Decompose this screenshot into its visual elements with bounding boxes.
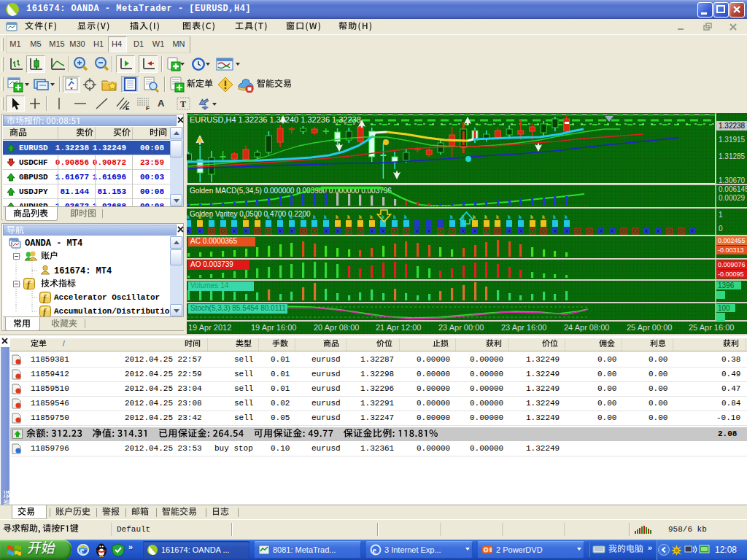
svg-text:21 Apr 12:00: 21 Apr 12:00 — [376, 323, 421, 332]
svg-text:k: k — [359, 214, 362, 219]
svg-text:19 Apr 16:00: 19 Apr 16:00 — [251, 323, 296, 332]
svg-text:k: k — [542, 214, 545, 219]
svg-text:24 Apr 08:00: 24 Apr 08:00 — [564, 323, 609, 332]
svg-text:1.31915: 1.31915 — [719, 136, 746, 144]
svg-text:0.006145: 0.006145 — [719, 185, 747, 193]
svg-text:k: k — [324, 214, 327, 219]
svg-text:0: 0 — [719, 225, 723, 233]
svg-text:23 Apr 16:00: 23 Apr 16:00 — [501, 323, 546, 332]
svg-text:Stoch(5,3,3) 85.5454 80.0111: Stoch(5,3,3) 85.5454 80.0111 — [190, 304, 286, 312]
svg-text:0.009076: 0.009076 — [718, 261, 746, 268]
svg-text:F: F — [146, 105, 150, 111]
svg-text:k: k — [233, 214, 236, 219]
svg-text:k: k — [187, 214, 190, 219]
svg-text:AC 0.0000365: AC 0.0000365 — [190, 237, 237, 245]
svg-text:25 Apr 16:00: 25 Apr 16:00 — [689, 323, 734, 332]
svg-text:1.32238: 1.32238 — [719, 122, 746, 130]
svg-text:AO 0.003739: AO 0.003739 — [190, 260, 233, 268]
svg-text:k: k — [519, 214, 522, 219]
svg-text:k: k — [565, 214, 568, 219]
svg-text:k: k — [198, 214, 201, 219]
svg-text:k: k — [209, 214, 212, 219]
svg-text:k: k — [347, 214, 350, 219]
svg-text:k: k — [255, 214, 258, 219]
svg-text:1: 1 — [719, 211, 723, 219]
svg-text:k: k — [279, 214, 282, 219]
svg-text:25 Apr 00:00: 25 Apr 00:00 — [627, 323, 672, 332]
svg-text:Golden Varitey 0.0500 0.4700 0: Golden Varitey 0.0500 0.4700 0.2200 — [190, 210, 311, 218]
svg-text:k: k — [301, 214, 304, 219]
svg-text:19 Apr 2012: 19 Apr 2012 — [188, 323, 231, 332]
svg-text:k: k — [484, 214, 487, 219]
svg-text:k: k — [553, 214, 556, 219]
svg-text:1.31285: 1.31285 — [719, 152, 746, 160]
svg-text:k: k — [393, 214, 396, 219]
svg-text:20 Apr 08:00: 20 Apr 08:00 — [314, 323, 359, 332]
svg-text:k: k — [313, 214, 316, 219]
svg-text:-0.00313: -0.00313 — [718, 246, 744, 254]
svg-text:k: k — [404, 214, 407, 219]
svg-text:k: k — [267, 214, 270, 219]
svg-text:0.002455: 0.002455 — [718, 237, 746, 244]
svg-text:-0.00095: -0.00095 — [718, 271, 744, 278]
svg-text:k: k — [290, 214, 293, 219]
svg-text:EURUSD,H4 1.32236 1.32240 1.3: EURUSD,H4 1.32236 1.32240 1.32236 1.3223… — [190, 115, 361, 124]
svg-text:k: k — [450, 214, 453, 219]
svg-text:23 Apr 00:00: 23 Apr 00:00 — [438, 323, 484, 332]
svg-text:k: k — [370, 214, 373, 219]
svg-text:k: k — [244, 214, 247, 219]
svg-text:100: 100 — [718, 304, 730, 312]
svg-text:1.30670: 1.30670 — [719, 176, 746, 184]
svg-text:T: T — [180, 99, 186, 109]
svg-text:E: E — [125, 105, 130, 111]
svg-text:k: k — [530, 214, 533, 219]
svg-text:0.00029: 0.00029 — [719, 194, 746, 202]
svg-text:1396: 1396 — [718, 281, 735, 289]
svg-text:k: k — [508, 214, 511, 219]
svg-text:k: k — [336, 214, 338, 219]
svg-text:k: k — [496, 214, 499, 219]
svg-text:k: k — [221, 214, 224, 219]
svg-text:e: e — [373, 545, 377, 556]
svg-text:Volumes 14: Volumes 14 — [190, 281, 229, 289]
